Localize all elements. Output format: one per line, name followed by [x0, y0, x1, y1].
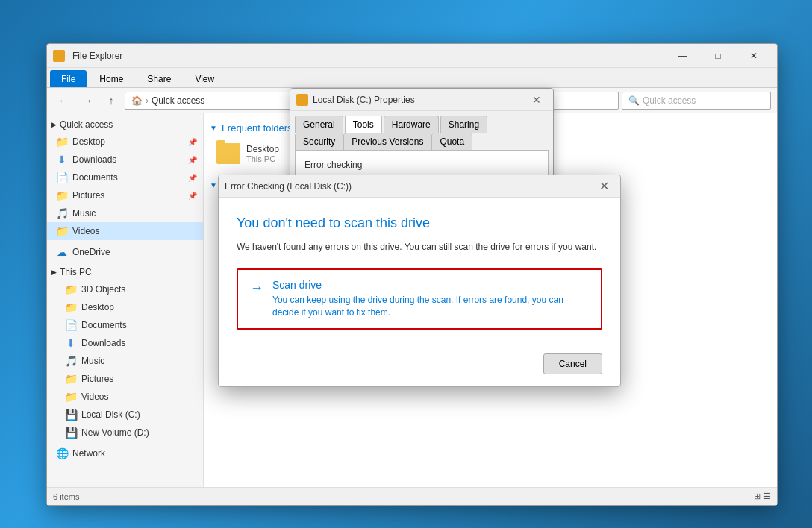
sidebar-item-music2[interactable]: 🎵 Music: [47, 352, 203, 370]
pin-icon-dl: 📌: [188, 156, 197, 164]
close-button[interactable]: ✕: [737, 44, 771, 68]
folder-item-desktop[interactable]: Desktop This PC: [210, 139, 299, 168]
properties-dialog-title: Local Disk (C:) Properties: [313, 95, 526, 105]
pin-icon: 📌: [188, 138, 197, 146]
window-title: File Explorer: [72, 51, 665, 61]
error-dialog-body: You don't need to scan this drive We hav…: [219, 198, 620, 353]
pin-icon-pics: 📌: [188, 192, 197, 200]
sidebar-item-desktop2[interactable]: 📁 Desktop: [47, 298, 203, 316]
properties-close-button[interactable]: ✕: [526, 91, 547, 109]
breadcrumb-home: 🏠: [131, 95, 143, 106]
sidebar-label-music: Music: [72, 208, 96, 219]
minimize-button[interactable]: —: [665, 44, 699, 68]
sidebar-label-downloads2: Downloads: [81, 338, 125, 348]
sidebar-label-pictures: Pictures: [72, 190, 104, 201]
sidebar-item-onedrive[interactable]: ☁ OneDrive: [47, 243, 203, 261]
cancel-button-error[interactable]: Cancel: [543, 353, 602, 374]
sidebar-label-pictures2: Pictures: [81, 374, 113, 384]
folder-info-desktop: Desktop This PC: [246, 144, 279, 163]
tab-sharing[interactable]: Sharing: [440, 116, 487, 133]
error-checking-dialog: Error Checking (Local Disk (C:)) ✕ You d…: [218, 175, 621, 387]
sidebar-label-documents2: Documents: [81, 320, 127, 330]
tab-general[interactable]: General: [295, 116, 343, 133]
tab-security[interactable]: Security: [295, 133, 343, 150]
localdisk-icon: 💾: [65, 409, 77, 421]
sidebar-item-music[interactable]: 🎵 Music: [47, 204, 203, 222]
sidebar-label-documents: Documents: [72, 172, 118, 183]
error-dialog-title-bar: Error Checking (Local Disk (C:)) ✕: [219, 175, 620, 198]
forward-button[interactable]: →: [77, 91, 98, 110]
window-controls: — □ ✕: [665, 44, 771, 68]
pictures-icon: 📁: [56, 189, 68, 201]
properties-title-bar: Local Disk (C:) Properties ✕: [290, 89, 553, 111]
sidebar-item-documents[interactable]: 📄 Documents 📌: [47, 169, 203, 186]
tab-previous-versions[interactable]: Previous Versions: [343, 133, 431, 150]
error-checking-label: Error checking: [304, 160, 362, 170]
error-dialog-close-button[interactable]: ✕: [593, 177, 614, 195]
scan-drive-content: Scan drive You can keep using the drive …: [272, 279, 589, 319]
breadcrumb-path: Quick access: [152, 95, 204, 106]
status-bar: 6 items ⊞ ☰: [47, 487, 777, 505]
tab-tools[interactable]: Tools: [345, 116, 382, 133]
error-checking-row: Error checking: [304, 160, 539, 170]
sidebar-label-3dobjects: 3D Objects: [81, 284, 125, 295]
sidebar: ▶ Quick access 📁 Desktop 📌 ⬇ Downloads 📌…: [47, 113, 204, 487]
sidebar-item-desktop[interactable]: 📁 Desktop 📌: [47, 133, 203, 151]
thispc-header[interactable]: ▶ This PC: [47, 264, 203, 280]
sidebar-label-videos2: Videos: [81, 392, 108, 402]
sidebar-label-localdisk: Local Disk (C:): [81, 409, 140, 420]
error-dialog-title-text: Error Checking (Local Disk (C:)): [225, 181, 593, 192]
sidebar-label-downloads: Downloads: [72, 154, 116, 165]
sidebar-item-localdisk[interactable]: 💾 Local Disk (C:): [47, 406, 203, 424]
quick-access-label: Quick access: [60, 119, 113, 130]
documents2-icon: 📄: [65, 319, 77, 331]
tab-share[interactable]: Share: [136, 70, 182, 87]
properties-tabs: General Tools Hardware Sharing: [290, 111, 553, 133]
up-button[interactable]: ↑: [101, 91, 122, 110]
music2-icon: 🎵: [65, 355, 77, 367]
sidebar-item-downloads[interactable]: ⬇ Downloads 📌: [47, 151, 203, 169]
sidebar-label-network: Network: [72, 448, 105, 459]
view-details-icon[interactable]: ⊞: [754, 491, 761, 501]
downloads-icon: ⬇: [56, 154, 68, 166]
search-bar[interactable]: 🔍 Quick access: [622, 92, 771, 110]
quick-access-header[interactable]: ▶ Quick access: [47, 116, 203, 133]
documents-icon: 📄: [56, 172, 68, 183]
sidebar-item-videos2[interactable]: 📁 Videos: [47, 388, 203, 406]
error-dialog-heading: You don't need to scan this drive: [237, 216, 602, 231]
sidebar-item-pictures2[interactable]: 📁 Pictures: [47, 370, 203, 388]
sidebar-label-music2: Music: [81, 356, 104, 366]
scan-drive-button[interactable]: → Scan drive You can keep using the driv…: [237, 268, 602, 330]
sidebar-item-pictures[interactable]: 📁 Pictures 📌: [47, 186, 203, 204]
music-icon: 🎵: [56, 207, 68, 219]
videos-icon: 📁: [56, 225, 68, 237]
tab-view[interactable]: View: [184, 70, 225, 87]
sidebar-item-videos[interactable]: 📁 Videos: [47, 222, 203, 240]
item-count: 6 items: [53, 492, 79, 501]
pin-icon-docs: 📌: [188, 174, 197, 182]
sidebar-label-thispc: This PC: [60, 267, 92, 277]
sidebar-item-network[interactable]: 🌐 Network: [47, 444, 203, 462]
sidebar-label-desktop: Desktop: [72, 136, 105, 147]
scan-arrow-icon: →: [250, 280, 263, 296]
sidebar-label-newvolume: New Volume (D:): [81, 427, 149, 438]
back-button[interactable]: ←: [53, 91, 74, 110]
tab-home[interactable]: Home: [88, 70, 134, 87]
tab-file[interactable]: File: [50, 70, 87, 87]
thispc-chevron-icon: ▶: [51, 268, 57, 276]
error-dialog-description: We haven't found any errors on this driv…: [237, 240, 602, 254]
properties-dialog-icon: [296, 94, 308, 106]
sidebar-item-downloads2[interactable]: ⬇ Downloads: [47, 334, 203, 352]
sidebar-label-desktop2: Desktop: [81, 302, 114, 312]
3dobjects-icon: 📁: [65, 283, 77, 295]
sidebar-item-newvolume[interactable]: 💾 New Volume (D:): [47, 424, 203, 441]
sidebar-item-3dobjects[interactable]: 📁 3D Objects: [47, 280, 203, 298]
scan-drive-title: Scan drive: [272, 279, 589, 291]
videos2-icon: 📁: [65, 391, 77, 403]
tab-hardware[interactable]: Hardware: [384, 116, 439, 133]
scan-drive-desc: You can keep using the drive during the …: [272, 294, 589, 319]
tab-quota[interactable]: Quota: [431, 133, 472, 150]
view-tiles-icon[interactable]: ☰: [763, 491, 771, 501]
sidebar-item-documents2[interactable]: 📄 Documents: [47, 316, 203, 334]
maximize-button[interactable]: □: [701, 44, 735, 68]
